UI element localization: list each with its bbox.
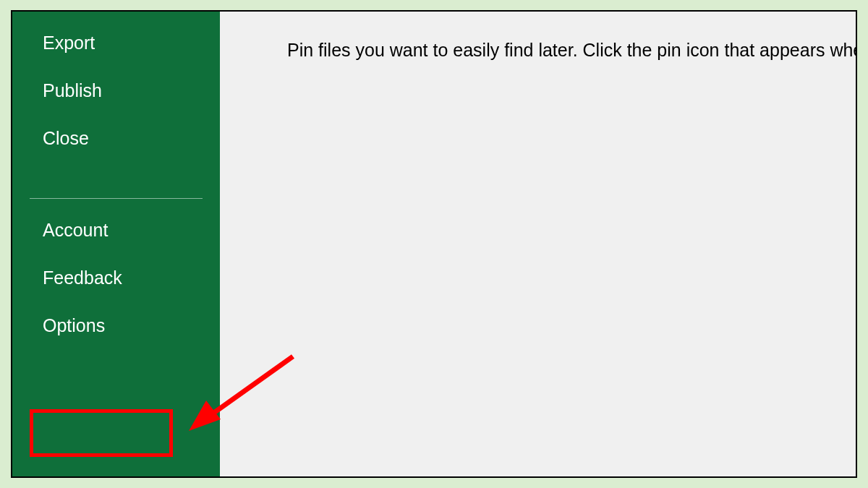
backstage-sidebar: Export Publish Close Account Feedback Op…: [12, 12, 220, 476]
sidebar-divider: [30, 198, 203, 199]
sidebar-gap: [12, 162, 220, 198]
menu-item-close[interactable]: Close: [12, 114, 220, 162]
menu-item-account[interactable]: Account: [12, 206, 220, 254]
pin-hint-text: Pin files you want to easily find later.…: [287, 40, 857, 61]
sidebar-spacer: [12, 12, 220, 19]
menu-item-feedback[interactable]: Feedback: [12, 254, 220, 301]
menu-item-publish[interactable]: Publish: [12, 67, 220, 114]
menu-item-options[interactable]: Options: [12, 301, 220, 349]
backstage-window: Export Publish Close Account Feedback Op…: [11, 10, 857, 478]
main-panel: Pin files you want to easily find later.…: [220, 12, 856, 476]
menu-item-export[interactable]: Export: [12, 19, 220, 67]
